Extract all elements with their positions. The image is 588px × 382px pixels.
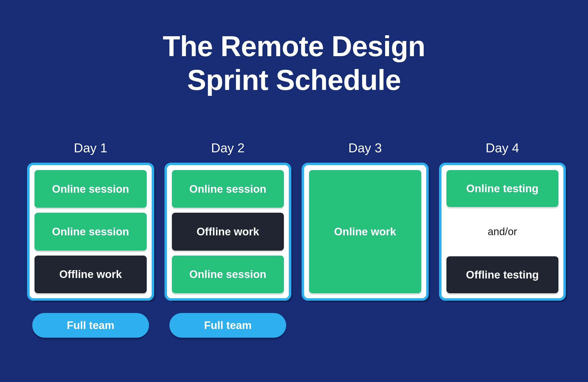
- day-4-between-wrap: and/or: [446, 212, 559, 251]
- day-1-block-1: Online session: [35, 170, 147, 208]
- day-1-card: Online session Online session Offline wo…: [27, 163, 154, 301]
- day-4-label: Day 4: [439, 140, 566, 155]
- day-1-card-wrap: Online session Online session Offline wo…: [27, 163, 154, 301]
- day-4-block-2: Offline testing: [446, 256, 559, 293]
- day-2-block-3: Online session: [172, 256, 284, 293]
- day-2-card: Online session Offline work Online sessi…: [165, 163, 292, 301]
- day-2-team-pill: Full team: [169, 313, 286, 338]
- day-1-label: Day 1: [27, 140, 154, 155]
- day-1-team-pill: Full team: [32, 313, 149, 338]
- day-3-card: Online work: [302, 163, 429, 301]
- day-3-column: Day 3 Online work: [302, 140, 429, 338]
- day-2-column: Day 2 Online session Offline work Online…: [165, 140, 292, 338]
- day-4-card-wrap: Online testing and/or Offline testing: [439, 163, 566, 301]
- title-line-2: Sprint Schedule: [187, 64, 401, 96]
- day-2-label: Day 2: [165, 140, 292, 155]
- day-4-card: Online testing and/or Offline testing: [439, 163, 566, 301]
- day-2-block-1: Online session: [172, 170, 284, 208]
- day-3-block-1: Online work: [309, 170, 421, 293]
- day-3-card-wrap: Online work: [302, 163, 429, 301]
- day-2-block-2: Offline work: [172, 213, 284, 250]
- day-2-card-wrap: Online session Offline work Online sessi…: [165, 163, 292, 301]
- day-4-between-text: and/or: [488, 224, 517, 240]
- day-1-block-2: Online session: [35, 213, 147, 250]
- day-1-block-3: Offline work: [35, 256, 147, 293]
- title-line-1: The Remote Design: [163, 30, 425, 62]
- day-3-label: Day 3: [302, 140, 429, 155]
- day-1-column: Day 1 Online session Online session Offl…: [27, 140, 154, 338]
- schedule-grid: Day 1 Online session Online session Offl…: [27, 140, 566, 338]
- day-4-column: Day 4 Online testing and/or Offline test…: [439, 140, 566, 338]
- diagram-title: The Remote Design Sprint Schedule: [0, 30, 588, 97]
- day-4-block-1: Online testing: [446, 170, 559, 207]
